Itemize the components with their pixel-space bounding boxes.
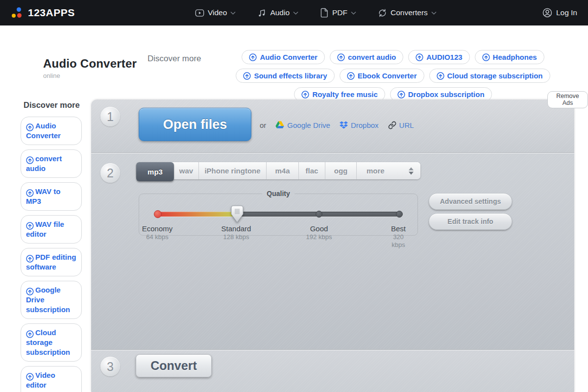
format-tab-wav[interactable]: wav [174,162,198,179]
step-1-open-files: 1 Open files or Google Drive Dropbox URL [91,99,574,152]
sidebar-item-wav-to-mp3[interactable]: WAV to MP3 [21,182,82,211]
arrow-up-circle-icon [416,53,423,61]
edit-track-info-button[interactable]: Edit track info [429,213,512,230]
top-nav: 123APPS Video Audio PDF Converters [0,0,588,25]
format-tab-flac[interactable]: flac [298,162,325,179]
slider-stop-best [396,211,403,218]
sidebar-item-pdf-editing-software[interactable]: PDF editing software [21,248,82,276]
slider-stop-good [316,211,322,218]
sidebar-heading: Discover more [24,100,82,110]
or-label: or [260,121,266,129]
sidebar-item-convert-audio[interactable]: convert audio [21,149,82,178]
page-title: Audio Converter [43,57,137,71]
video-icon [195,8,204,18]
converters-icon [378,8,387,18]
tag-headphones[interactable]: Headphones [475,50,544,64]
quality-label-good: Good 192 kbps [306,224,332,241]
step-2-badge: 2 [100,163,120,183]
convert-button[interactable]: Convert [136,354,212,377]
quality-slider-filled-track[interactable] [157,212,240,217]
sidebar-item-google-drive-subscription[interactable]: Google Drive subscription [21,281,82,319]
quality-legend: Quality [262,190,294,197]
chevron-down-icon [431,11,437,15]
chevron-down-icon [293,11,298,15]
arrow-up-circle-icon [26,373,34,381]
brand-logo[interactable]: 123APPS [11,6,75,19]
tag-sound-effects-library[interactable]: Sound effects library [236,69,334,83]
quality-label-economy: Economy 64 kbps [142,224,173,241]
format-tab-mp3[interactable]: mp3 [136,162,174,181]
login-button[interactable]: Log In [542,8,577,18]
format-tab-m4a[interactable]: m4a [266,162,298,179]
arrow-up-circle-icon [26,189,34,197]
format-tab-ogg[interactable]: ogg [325,162,356,179]
sidebar-item-wav-file-editor[interactable]: WAV file editor [21,215,82,244]
arrow-up-circle-icon [437,72,444,80]
nav-item-pdf[interactable]: PDF [320,8,356,18]
quality-fieldset: Quality Economy 64 kbps [139,190,418,236]
pdf-icon [320,8,329,18]
slider-stop-economy [154,210,162,218]
url-link[interactable]: URL [388,121,414,129]
page-subtitle: online [43,72,137,79]
arrow-up-circle-icon [397,91,405,98]
chevron-down-icon [351,11,356,15]
format-tab-iphone-ringtone[interactable]: iPhone ringtone [198,162,266,179]
quality-slider-handle[interactable] [231,205,244,223]
tag-audio-converter[interactable]: Audio Converter [242,50,325,64]
brand-name: 123APPS [28,7,75,19]
converter-panel: 1 Open files or Google Drive Dropbox URL [91,99,574,392]
remove-ads-button[interactable]: Remove Ads [547,91,588,108]
arrow-up-circle-icon [301,91,309,98]
chevron-down-icon [230,11,236,15]
arrow-up-circle-icon [337,53,345,61]
sort-arrows-icon [409,167,414,174]
format-tab-more[interactable]: more [356,162,420,179]
tag-ebook-converter[interactable]: Ebook Converter [340,69,424,83]
sidebar-item-audio-converter[interactable]: Audio Converter [21,117,82,145]
step-1-badge: 1 [100,107,120,126]
page: 123APPS Video Audio PDF Converters [0,0,588,392]
format-tabbar: mp3 wav iPhone ringtone m4a flac ogg mor… [136,162,420,179]
step-2-format-quality: 2 mp3 wav iPhone ringtone m4a flac ogg m… [91,152,574,349]
advanced-settings-button[interactable]: Advanced settings [429,193,512,210]
arrow-up-circle-icon [26,255,34,263]
step-3-convert: 3 Convert [91,349,574,392]
arrow-up-circle-icon [26,222,34,230]
quality-label-standard: Standard 128 kbps [221,224,251,241]
dropbox-link[interactable]: Dropbox [340,121,379,129]
step-3-badge: 3 [100,357,120,376]
arrow-up-circle-icon [26,330,34,338]
nav-item-converters[interactable]: Converters [378,8,437,18]
tag-cloud-storage-subscription[interactable]: Cloud storage subscription [429,69,550,83]
sidebar: Discover more Audio Converter convert au… [21,100,82,392]
person-icon [542,8,552,18]
arrow-up-circle-icon [26,288,34,295]
discover-tags: Audio Converter convert audio AUDIO123 H… [197,50,588,101]
link-icon [388,121,396,129]
logo-dots-icon [11,6,24,19]
dropbox-icon [340,121,348,129]
tag-audio123[interactable]: AUDIO123 [408,50,469,64]
arrow-up-circle-icon [26,156,34,164]
audio-icon [257,8,267,18]
quality-label-best: Best 320 kbps [389,224,408,249]
nav-item-audio[interactable]: Audio [257,8,298,18]
google-drive-icon [275,121,284,129]
open-files-button[interactable]: Open files [139,108,251,141]
tag-convert-audio[interactable]: convert audio [330,50,403,64]
arrow-up-circle-icon [347,72,355,80]
arrow-up-circle-icon [249,53,257,61]
title-block: Audio Converter online [43,57,137,79]
arrow-up-circle-icon [26,123,34,131]
arrow-up-circle-icon [243,72,251,80]
google-drive-link[interactable]: Google Drive [275,121,330,129]
discover-more-label: Discover more [147,54,201,64]
sidebar-item-video-editor-software[interactable]: Video editor software [21,366,82,392]
sidebar-item-cloud-storage-subscription[interactable]: Cloud storage subscription [21,323,82,362]
nav-menu: Video Audio PDF Converters [195,0,437,25]
arrow-up-circle-icon [482,53,490,61]
nav-item-video[interactable]: Video [195,8,236,18]
